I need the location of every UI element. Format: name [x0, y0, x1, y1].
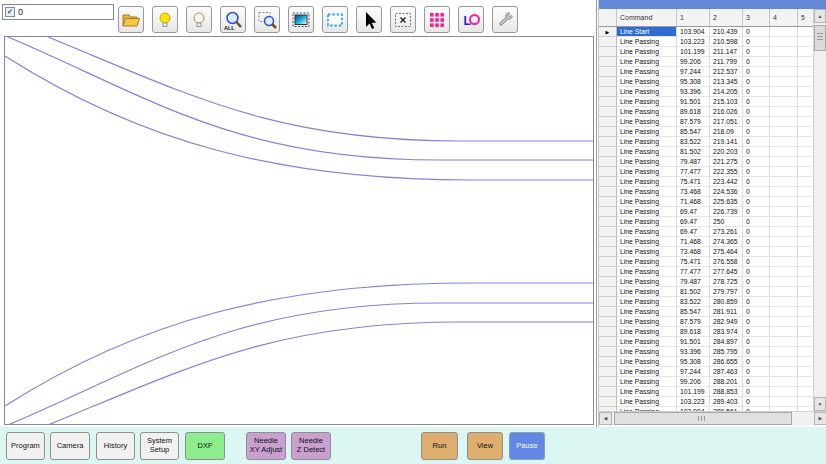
value-cell[interactable]: 0 [743, 337, 770, 347]
row-selector[interactable] [599, 317, 617, 327]
value-cell[interactable] [770, 87, 798, 97]
value-cell[interactable] [798, 397, 814, 407]
value-cell[interactable] [798, 107, 814, 117]
command-cell[interactable]: Line Passing [617, 77, 677, 87]
row-selector[interactable] [599, 117, 617, 127]
layer-coord-box[interactable]: ✔ 0 [2, 4, 114, 20]
value-cell[interactable]: 222.355 [710, 167, 743, 177]
value-cell[interactable]: 85.547 [677, 127, 710, 137]
row-selector[interactable] [599, 277, 617, 287]
command-cell[interactable]: Line Passing [617, 127, 677, 137]
row-selector[interactable] [599, 217, 617, 227]
value-cell[interactable]: 288.853 [710, 387, 743, 397]
value-cell[interactable] [798, 357, 814, 367]
value-cell[interactable]: 273.261 [710, 227, 743, 237]
row-selector[interactable] [599, 67, 617, 77]
row-selector[interactable]: ▶ [599, 27, 617, 37]
value-cell[interactable]: 276.558 [710, 257, 743, 267]
value-cell[interactable]: 99.206 [677, 57, 710, 67]
value-cell[interactable]: 281.911 [710, 307, 743, 317]
value-cell[interactable]: 0 [743, 227, 770, 237]
value-cell[interactable] [770, 57, 798, 67]
command-cell[interactable]: Line Passing [617, 307, 677, 317]
value-cell[interactable] [770, 227, 798, 237]
value-cell[interactable]: 285.795 [710, 347, 743, 357]
command-cell[interactable]: Line Passing [617, 117, 677, 127]
value-cell[interactable]: 73.468 [677, 247, 710, 257]
row-selector[interactable] [599, 77, 617, 87]
settings-button[interactable] [492, 6, 518, 33]
command-cell[interactable]: Line Passing [617, 227, 677, 237]
command-cell[interactable]: Line Passing [617, 387, 677, 397]
command-cell[interactable]: Line Passing [617, 237, 677, 247]
table-row[interactable]: Line Passing83.522219.1410 [599, 137, 814, 147]
value-cell[interactable]: 101.199 [677, 387, 710, 397]
zoom-all-button[interactable]: ALL [220, 6, 246, 33]
drawing-canvas[interactable] [4, 36, 594, 425]
table-row[interactable]: Line Passing89.618216.0260 [599, 107, 814, 117]
command-cell[interactable]: Line Passing [617, 147, 677, 157]
row-selector[interactable] [599, 327, 617, 337]
value-cell[interactable] [770, 317, 798, 327]
value-cell[interactable] [770, 77, 798, 87]
command-cell[interactable]: Line Passing [617, 37, 677, 47]
value-cell[interactable]: 75.471 [677, 257, 710, 267]
table-row[interactable]: Line Passing71.468274.3650 [599, 237, 814, 247]
value-cell[interactable] [770, 47, 798, 57]
light-off-button[interactable] [186, 6, 212, 33]
table-row[interactable]: Line Passing99.206211.7990 [599, 57, 814, 67]
value-cell[interactable]: 0 [743, 317, 770, 327]
value-cell[interactable]: 210.439 [710, 27, 743, 37]
value-cell[interactable]: 0 [743, 107, 770, 117]
value-cell[interactable] [798, 337, 814, 347]
value-cell[interactable]: 103.904 [677, 27, 710, 37]
value-cell[interactable] [798, 187, 814, 197]
value-cell[interactable] [770, 287, 798, 297]
vertical-scrollbar[interactable]: ▲ ▼ [813, 9, 826, 411]
command-cell[interactable]: Line Passing [617, 347, 677, 357]
value-cell[interactable]: 0 [743, 167, 770, 177]
value-cell[interactable] [770, 97, 798, 107]
row-selector[interactable] [599, 297, 617, 307]
value-cell[interactable]: 0 [743, 157, 770, 167]
command-cell[interactable]: Line Passing [617, 107, 677, 117]
row-selector[interactable] [599, 97, 617, 107]
value-cell[interactable]: 0 [743, 47, 770, 57]
table-row[interactable]: Line Passing99.206288.2010 [599, 377, 814, 387]
value-cell[interactable]: 79.487 [677, 157, 710, 167]
value-cell[interactable]: 0 [743, 237, 770, 247]
table-row[interactable]: Line Passing73.468224.5360 [599, 187, 814, 197]
value-cell[interactable] [798, 377, 814, 387]
value-cell[interactable]: 99.206 [677, 377, 710, 387]
row-selector[interactable] [599, 347, 617, 357]
row-selector[interactable] [599, 207, 617, 217]
table-row[interactable]: Line Passing75.471223.4420 [599, 177, 814, 187]
table-row[interactable]: Line Passing91.501284.8970 [599, 337, 814, 347]
value-cell[interactable]: 221.275 [710, 157, 743, 167]
horizontal-scroll-thumb[interactable] [614, 412, 792, 425]
command-cell[interactable]: Line Passing [617, 317, 677, 327]
horizontal-scrollbar[interactable]: ◀ ▶ [599, 411, 826, 425]
command-cell[interactable]: Line Passing [617, 397, 677, 407]
command-cell[interactable]: Line Passing [617, 327, 677, 337]
value-cell[interactable] [798, 367, 814, 377]
value-cell[interactable] [798, 297, 814, 307]
dxf-button[interactable]: DXF [185, 432, 225, 460]
value-cell[interactable] [798, 277, 814, 287]
table-row[interactable]: Line Passing81.502220.2030 [599, 147, 814, 157]
table-row[interactable]: Line Passing93.396285.7950 [599, 347, 814, 357]
value-cell[interactable] [798, 347, 814, 357]
value-cell[interactable] [798, 257, 814, 267]
value-cell[interactable]: 280.859 [710, 297, 743, 307]
column-header[interactable]: 2 [710, 9, 743, 26]
value-cell[interactable]: 81.502 [677, 287, 710, 297]
needle-xy-adjust-button[interactable]: Needle XY Adjust [246, 432, 286, 460]
value-cell[interactable] [770, 137, 798, 147]
command-cell[interactable]: Line Passing [617, 287, 677, 297]
command-cell[interactable]: Line Passing [617, 47, 677, 57]
value-cell[interactable] [770, 167, 798, 177]
value-cell[interactable]: 217.051 [710, 117, 743, 127]
value-cell[interactable]: 0 [743, 277, 770, 287]
row-selector[interactable] [599, 157, 617, 167]
value-cell[interactable]: 225.635 [710, 197, 743, 207]
